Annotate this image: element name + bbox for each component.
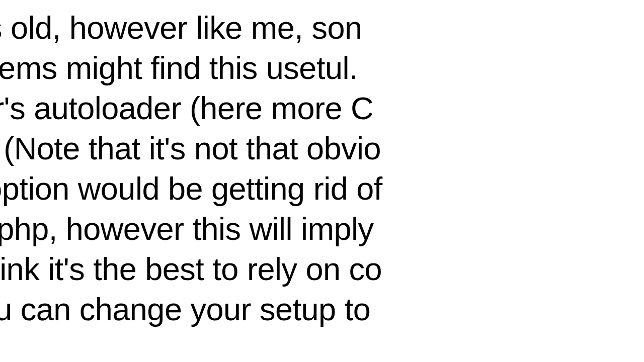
text-line: ana/core.php, however this will imply [0, 209, 382, 249]
document-text-fragment: I know it's old, however like me, son g … [0, 8, 382, 329]
text-line: Another option would be getting rid of [0, 168, 382, 209]
text-line: ader if you can change your setup to [0, 289, 382, 329]
text-line: I know it's old, however like me, son [0, 8, 382, 48]
text-line: g old systems might find this usetul. [0, 48, 382, 88]
text-line: composer's autoloader (here more C [0, 88, 382, 128]
text-line: ncies. I think it's the best to rely on … [0, 249, 382, 289]
text-line: Kohana)) (Note that it's not that obvio [0, 128, 382, 168]
